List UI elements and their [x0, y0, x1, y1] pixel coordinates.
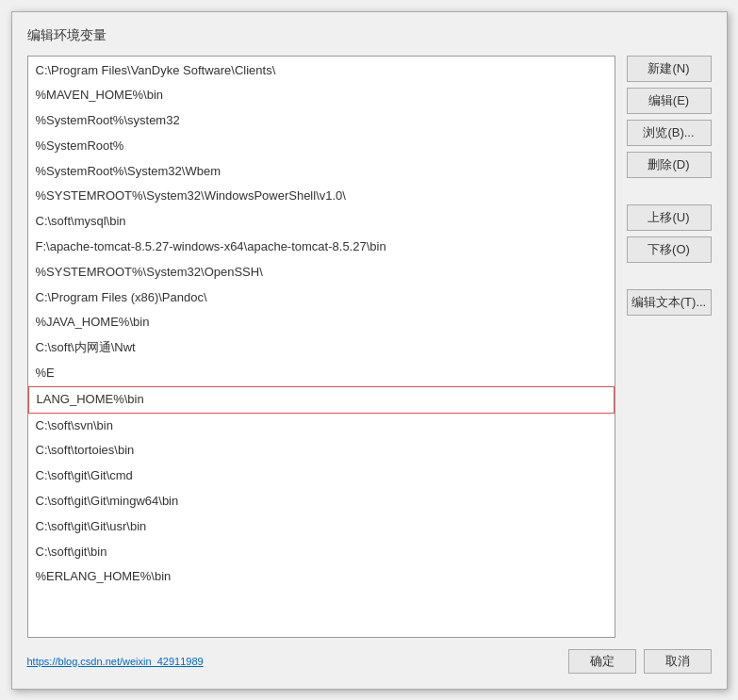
- list-item[interactable]: %SYSTEMROOT%\System32\WindowsPowerShell\…: [28, 184, 615, 209]
- button-spacer-2: [627, 269, 712, 284]
- list-item[interactable]: C:\soft\git\Git\usr\bin: [28, 514, 615, 540]
- delete-button[interactable]: 删除(D): [627, 152, 712, 178]
- list-item[interactable]: C:\Program Files (x86)\Pandoc\: [28, 285, 615, 311]
- edit-env-var-dialog: 编辑环境变量 C:\Program Files\VanDyke Software…: [11, 11, 728, 690]
- list-item[interactable]: %ERLANG_HOME%\bin: [28, 564, 615, 590]
- move-up-button[interactable]: 上移(U): [627, 204, 712, 231]
- confirm-button[interactable]: 确定: [568, 649, 636, 674]
- list-item[interactable]: %MAVEN_HOME%\bin: [28, 83, 615, 108]
- edit-button[interactable]: 编辑(E): [627, 88, 712, 114]
- buttons-panel: 新建(N) 编辑(E) 浏览(B)... 删除(D) 上移(U) 下移(O) 编…: [627, 56, 712, 638]
- list-item[interactable]: F:\apache-tomcat-8.5.27-windows-x64\apac…: [28, 235, 615, 260]
- list-item[interactable]: %JAVA_HOME%\bin: [28, 310, 615, 335]
- list-item[interactable]: C:\Program Files\VanDyke Software\Client…: [28, 58, 615, 84]
- list-item[interactable]: C:\soft\内网通\Nwt: [28, 335, 615, 361]
- list-item[interactable]: %SystemRoot%: [28, 134, 615, 159]
- new-button[interactable]: 新建(N): [627, 56, 712, 82]
- list-item[interactable]: C:\soft\git\Git\mingw64\bin: [28, 489, 615, 514]
- list-item[interactable]: C:\soft\tortoies\bin: [28, 438, 615, 464]
- list-item[interactable]: LANG_HOME%\bin: [28, 386, 615, 414]
- list-item[interactable]: C:\soft\git\Git\cmd: [28, 464, 615, 489]
- list-item[interactable]: %E: [28, 361, 615, 386]
- edit-text-button[interactable]: 编辑文本(T)...: [627, 289, 712, 316]
- dialog-title: 编辑环境变量: [27, 27, 712, 44]
- cancel-button[interactable]: 取消: [644, 649, 712, 674]
- dialog-footer: https://blog.csdn.net/weixin_42911989 确定…: [27, 649, 712, 674]
- list-item[interactable]: C:\soft\mysql\bin: [28, 209, 615, 235]
- list-item[interactable]: %SystemRoot%\system32: [28, 108, 615, 134]
- dialog-body: C:\Program Files\VanDyke Software\Client…: [27, 56, 712, 638]
- list-item[interactable]: %SYSTEMROOT%\System32\OpenSSH\: [28, 260, 615, 285]
- list-item[interactable]: C:\soft\git\bin: [28, 540, 615, 565]
- button-spacer: [627, 184, 712, 199]
- list-item[interactable]: %SystemRoot%\System32\Wbem: [28, 159, 615, 185]
- env-var-list[interactable]: C:\Program Files\VanDyke Software\Client…: [27, 56, 615, 638]
- browse-button[interactable]: 浏览(B)...: [627, 120, 712, 146]
- list-item[interactable]: C:\soft\svn\bin: [28, 414, 615, 439]
- footer-note[interactable]: https://blog.csdn.net/weixin_42911989: [27, 656, 204, 667]
- move-down-button[interactable]: 下移(O): [627, 236, 712, 263]
